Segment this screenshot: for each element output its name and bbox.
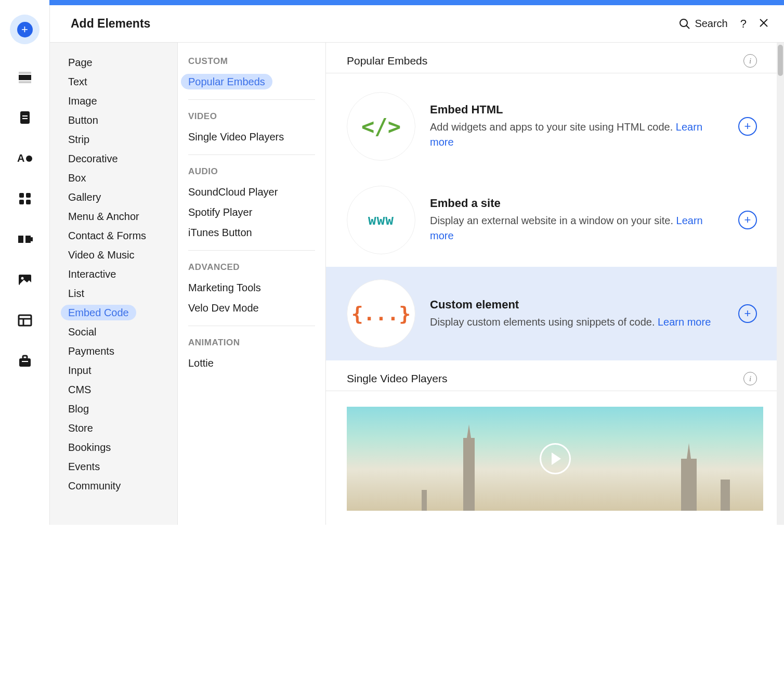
content-area: Popular Embeds i </>Embed HTMLAdd widget… [326,43,784,525]
category-item[interactable]: Box [50,169,177,188]
business-icon[interactable] [17,353,33,369]
panel-header: Add Elements Search ? [50,5,784,43]
category-item[interactable]: Bookings [50,438,177,457]
embed-text: Embed HTMLAdd widgets and apps to your s… [430,103,724,150]
sub-section-header: ADVANCED [188,259,315,278]
sub-item-label: iTunes Button [188,227,252,238]
embed-description: Add widgets and apps to your site using … [430,120,724,150]
category-item[interactable]: Blog [50,399,177,419]
panel-title: Add Elements [71,17,150,31]
close-button[interactable] [759,17,768,31]
scrollbar[interactable] [777,43,784,525]
sub-item-label: Single Video Players [188,131,284,143]
svg-rect-1 [19,75,31,80]
sub-item[interactable]: Velo Dev Mode [188,298,315,318]
category-item[interactable]: Decorative [50,149,177,169]
section-title: Popular Embeds [347,55,427,67]
section-header: Popular Embeds i [326,43,784,73]
sub-item[interactable]: Single Video Players [188,127,315,147]
embed-title: Custom element [430,298,724,312]
svg-rect-11 [26,200,31,204]
add-embed-button[interactable]: + [738,304,757,323]
sub-section: VIDEOSingle Video Players [188,108,315,155]
section-title-video: Single Video Players [347,372,447,385]
main-container: + A Add Elements [0,0,784,525]
category-item[interactable]: List [50,284,177,303]
learn-more-link[interactable]: Learn more [658,316,711,328]
category-label: Contact & Forms [68,230,146,241]
add-embed-button[interactable]: + [738,211,757,229]
section-icon[interactable] [17,69,33,85]
cms-icon[interactable] [17,313,33,328]
sub-item[interactable]: iTunes Button [188,223,315,243]
embed-icon: </> [347,92,415,161]
category-item[interactable]: Payments [50,342,177,361]
apps-icon[interactable] [17,191,33,206]
sub-item-label: Velo Dev Mode [188,302,259,314]
info-button[interactable]: i [743,372,757,385]
learn-more-link[interactable]: Learn more [430,215,703,241]
category-label: Bookings [68,442,111,453]
category-label: List [68,288,84,299]
sub-item[interactable]: Lottie [188,353,315,373]
category-item[interactable]: CMS [50,380,177,399]
category-label: Input [68,365,91,376]
scrollbar-thumb[interactable] [778,45,783,76]
category-item[interactable]: Menu & Anchor [50,207,177,226]
video-player-preview[interactable] [347,407,763,511]
svg-line-23 [686,25,689,29]
category-item[interactable]: Social [50,322,177,342]
category-label: Embed Code [61,305,136,320]
category-item[interactable]: Text [50,72,177,92]
category-item[interactable]: Image [50,92,177,111]
category-item[interactable]: Strip [50,130,177,149]
category-label: Strip [68,134,89,145]
category-label: Gallery [68,191,101,203]
category-item[interactable]: Embed Code [50,303,177,322]
info-button[interactable]: i [743,54,757,68]
skyline-decoration [422,490,427,511]
category-item[interactable]: Community [50,476,177,496]
page-icon[interactable] [17,110,33,125]
category-item[interactable]: Video & Music [50,245,177,265]
learn-more-link[interactable]: Learn more [430,121,702,148]
category-item[interactable]: Events [50,457,177,476]
media-icon[interactable] [17,272,33,288]
sub-section: ANIMATIONLottie [188,334,315,381]
category-item[interactable]: Interactive [50,265,177,284]
add-embed-button[interactable]: + [738,117,757,136]
sub-section: ADVANCEDMarketing ToolsVelo Dev Mode [188,259,315,326]
sub-item-label: Marketing Tools [188,282,261,293]
category-item[interactable]: Page [50,53,177,72]
embed-text: Embed a siteDisplay an external website … [430,197,724,243]
category-item[interactable]: Gallery [50,188,177,207]
svg-rect-12 [18,236,23,243]
search-button[interactable]: Search [679,18,727,30]
sub-item[interactable]: Popular Embeds [188,72,315,92]
sub-section-header: CUSTOM [188,53,315,72]
header-actions: Search ? [679,17,768,31]
category-item[interactable]: Input [50,361,177,380]
sub-section: AUDIOSoundCloud PlayerSpotify PlayeriTun… [188,163,315,251]
category-item[interactable]: Contact & Forms [50,226,177,245]
skyline-decoration [681,459,697,511]
svg-rect-2 [19,81,31,83]
category-item[interactable]: Button [50,111,177,130]
sub-section-header: VIDEO [188,108,315,127]
icon-sidebar: + A [0,0,49,525]
embed-row: {...}Custom elementDisplay custom elemen… [326,267,784,360]
category-label: CMS [68,384,91,395]
sub-item[interactable]: Spotify Player [188,202,315,223]
design-icon[interactable]: A [17,150,33,166]
embed-title: Embed a site [430,197,724,210]
sub-item-label: Popular Embeds [181,74,272,89]
embed-icon: {...} [347,279,415,348]
addons-icon[interactable] [17,231,33,247]
help-button[interactable]: ? [740,17,747,31]
add-elements-button[interactable]: + [10,15,40,44]
svg-rect-16 [19,315,31,326]
top-accent-bar [49,0,784,5]
sub-item[interactable]: Marketing Tools [188,278,315,298]
category-item[interactable]: Store [50,419,177,438]
sub-item[interactable]: SoundCloud Player [188,182,315,202]
